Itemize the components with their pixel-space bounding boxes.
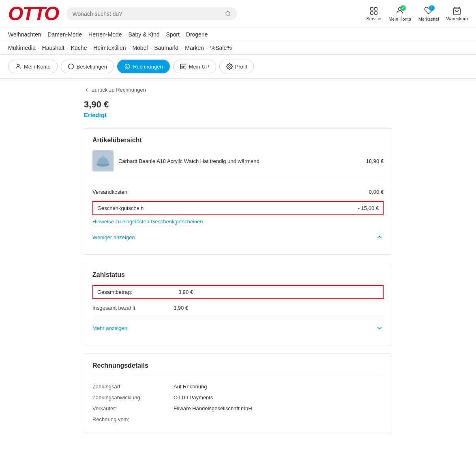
svg-rect-2: [371, 8, 373, 10]
chevron-up-icon: [375, 233, 384, 241]
btn-mein-konto[interactable]: Mein Konto: [8, 60, 58, 73]
zahlungsabwicklung-value: OTTO Payments: [174, 394, 213, 401]
account-label: Mein Konto: [388, 17, 411, 21]
svg-rect-5: [375, 12, 377, 14]
search-input[interactable]: [72, 11, 222, 17]
btn-bestellungen-label: Bestellungen: [77, 64, 107, 70]
rechnungsdetails-section: Rechnungsdetails Zahlungsart: Auf Rechnu…: [84, 353, 392, 433]
nav-sdot-1: ·: [38, 45, 40, 51]
nav-heimtextilien[interactable]: Heimtextilien: [93, 45, 126, 51]
chevron-down-icon: [375, 324, 384, 332]
btn-profil[interactable]: Profil: [219, 60, 254, 73]
nav-damen-mode[interactable]: Damen-Mode: [47, 31, 82, 38]
nav-sale[interactable]: %Sale%: [210, 45, 232, 51]
zahlungsart-label: Zahlungsart:: [92, 383, 174, 390]
zahlungsabwicklung-label: Zahlungsabwicklung:: [92, 394, 174, 401]
btn-rechnungen[interactable]: € Rechnungen: [117, 60, 170, 73]
nav-baumarkt[interactable]: Baumarkt: [154, 45, 178, 51]
nav-multimedia[interactable]: Multimedia: [8, 45, 36, 51]
wishlist-badge: i: [424, 6, 433, 16]
toggle-more-label: Mehr anzeigen: [92, 325, 127, 331]
voucher-row: Geschenkgutschein - 15,00 €: [92, 201, 384, 215]
btn-mein-up-label: Mein UP: [189, 64, 209, 70]
invoice-amount: 3,90 €: [84, 99, 392, 110]
insgesamt-value: 3,90 €: [174, 305, 188, 311]
logo[interactable]: OTTO: [8, 4, 58, 24]
voucher-value: - 15,00 €: [358, 205, 379, 211]
nav-secondary: Multimedia · Haushalt · Küche · Heimtext…: [0, 41, 476, 55]
nav-kueche[interactable]: Küche: [71, 45, 87, 51]
nav-sdot-4: ·: [128, 45, 130, 51]
nav-dot-4: ·: [162, 31, 164, 38]
zahlungsart-value: Auf Rechnung: [174, 383, 207, 390]
nav-dot-5: ·: [182, 31, 184, 38]
shipping-value: 0,00 €: [369, 189, 384, 195]
nav-dot-2: ·: [84, 31, 86, 38]
nav-baby-kind[interactable]: Baby & Kind: [128, 31, 159, 38]
search-container: [66, 7, 237, 20]
btn-mein-up[interactable]: UP Mein UP: [173, 60, 216, 73]
nav-haushalt[interactable]: Haushalt: [42, 45, 64, 51]
verkaeufer-row: Verkäufer: Eliware Handelsgesellschaft m…: [92, 403, 384, 414]
article-name: Carhartt Beanie A18 Acrylic Watch Hat tr…: [118, 158, 361, 164]
nav-weihnachten[interactable]: Weihnachten: [8, 31, 41, 38]
svg-point-0: [226, 11, 230, 15]
header: OTTO Service Mein Konto: [0, 0, 476, 28]
btn-mein-konto-label: Mein Konto: [24, 64, 51, 70]
account-badge: [395, 6, 404, 16]
svg-point-15: [102, 155, 104, 158]
cart-icon: [452, 6, 461, 15]
service-label: Service: [367, 16, 382, 21]
btn-profil-label: Profil: [235, 64, 247, 70]
svg-rect-3: [375, 8, 377, 10]
voucher-hint-link[interactable]: Hinweise zu eingelösten Geschenkgutschei…: [92, 219, 384, 225]
rechnungsdetails-title: Rechnungsdetails: [92, 362, 384, 369]
nav-marken[interactable]: Marken: [185, 45, 204, 51]
search-icon: [225, 11, 231, 17]
svg-point-13: [229, 66, 230, 67]
header-icons: Service Mein Konto i Merkzettel: [367, 6, 468, 21]
article-image: [92, 150, 114, 171]
nav-drogerie[interactable]: Drogerie: [186, 31, 208, 38]
nav-primary: Weihnachten · Damen-Mode · Herren-Mode ·…: [0, 28, 476, 41]
nav-sdot-6: ·: [181, 45, 182, 51]
cart-label: Warenkorb: [446, 16, 468, 21]
article-overview-section: Artikelübersicht Carhartt Beanie A18 Acr…: [84, 128, 392, 255]
main-content: zurück zu Rechnungen 3,90 € Erledigt Art…: [76, 79, 400, 450]
verkaeufer-label: Verkäufer:: [92, 405, 174, 411]
account-icon-item[interactable]: Mein Konto: [388, 6, 411, 21]
zahlstatus-section: Zahlstatus Gesamtbetrag: 3,90 € Insgesam…: [84, 263, 392, 345]
up-icon: UP: [180, 63, 187, 70]
gesamtbetrag-value: 3,90 €: [178, 289, 193, 295]
box-icon: [68, 63, 74, 70]
chevron-left-icon: [84, 87, 90, 93]
back-link-text: zurück zu Rechnungen: [92, 87, 146, 93]
person-icon: [15, 63, 21, 70]
nav-sdot-7: ·: [206, 45, 208, 51]
toggle-more-row[interactable]: Mehr anzeigen: [92, 319, 384, 337]
btn-bestellungen[interactable]: Bestellungen: [61, 60, 114, 73]
gesamtbetrag-label: Gesamtbetrag:: [97, 289, 178, 295]
shipping-label: Versandkosten: [92, 189, 127, 195]
wishlist-icon-item[interactable]: i Merkzettel: [418, 6, 439, 21]
zahlungsart-row: Zahlungsart: Auf Rechnung: [92, 381, 384, 392]
service-icon-item[interactable]: Service: [367, 6, 382, 21]
account-check-badge: [400, 5, 406, 11]
article-overview-title: Artikelübersicht: [92, 137, 384, 144]
insgesamt-label: Insgesamt bezahlt:: [92, 305, 174, 311]
verkaeufer-value: Eliware Handelsgesellschaft mbH: [174, 405, 252, 411]
nav-dot-3: ·: [124, 31, 126, 38]
cart-icon-item[interactable]: Warenkorb: [446, 6, 468, 21]
nav-herren-mode[interactable]: Herren-Mode: [88, 31, 122, 38]
nav-sdot-5: ·: [150, 45, 152, 51]
nav-moebel[interactable]: Möbel: [132, 45, 148, 51]
invoice-status: Erledigt: [84, 111, 392, 118]
toggle-less-row[interactable]: Weniger anzeigen: [92, 228, 384, 246]
rechnungsdetails-divider: [92, 376, 384, 376]
back-link[interactable]: zurück zu Rechnungen: [84, 87, 392, 93]
shipping-row: Versandkosten 0,00 €: [92, 185, 384, 199]
svg-text:€: €: [126, 65, 128, 69]
article-price: 18,90 €: [366, 158, 384, 164]
nav-sport[interactable]: Sport: [166, 31, 179, 38]
voucher-label: Geschenkgutschein: [97, 205, 144, 211]
